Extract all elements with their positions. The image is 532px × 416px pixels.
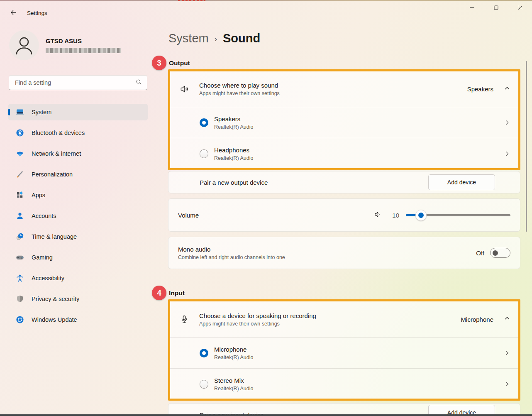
device-name: Microphone (214, 346, 254, 353)
volume-low-icon[interactable] (373, 210, 382, 220)
sidebar-item-accounts[interactable]: Accounts (8, 208, 148, 224)
input-selected-value: Microphone (461, 316, 493, 323)
output-device-row-speakers[interactable]: Speakers Realtek(R) Audio (170, 107, 518, 138)
device-name: Stereo Mix (214, 377, 254, 384)
input-section-label: Input (169, 289, 185, 297)
system-icon (16, 108, 24, 116)
input-chooser-title: Choose a device for speaking or recordin… (199, 312, 316, 319)
add-output-device-button[interactable]: Add device (428, 174, 495, 190)
input-chooser-subtitle: Apps might have their own settings (199, 321, 316, 327)
chevron-up-icon (504, 86, 510, 93)
breadcrumb-parent[interactable]: System (168, 32, 209, 45)
sidebar-item-system[interactable]: System (8, 104, 148, 120)
device-desc: Realtek(R) Audio (214, 155, 254, 161)
profile-meta: GTSD ASUS (46, 37, 121, 53)
profile-card[interactable]: GTSD ASUS (9, 30, 121, 60)
accounts-icon (16, 212, 24, 220)
sidebar-item-bluetooth-devices[interactable]: Bluetooth & devices (8, 125, 148, 141)
sidebar-item-privacy-security[interactable]: Privacy & security (8, 291, 148, 307)
pair-output-row: Pair a new output device Add device (168, 171, 520, 193)
mono-audio-row: Mono audio Combine left and right audio … (168, 237, 520, 269)
mono-audio-state: Off (476, 250, 484, 257)
sidebar-item-apps[interactable]: Apps (8, 187, 148, 203)
app-title: Settings (27, 10, 47, 16)
speaker-waves-icon (179, 84, 189, 94)
back-arrow-icon (10, 9, 17, 18)
avatar (9, 30, 39, 60)
volume-row: Volume 10 (168, 198, 520, 232)
device-name: Speakers (214, 115, 254, 122)
gaming-icon (16, 253, 24, 262)
sidebar-item-label: Apps (32, 192, 45, 198)
sidebar-item-label: Gaming (32, 254, 53, 261)
chevron-right-icon (504, 350, 510, 356)
input-device-row-stereo-mix[interactable]: Stereo Mix Realtek(R) Audio (170, 369, 518, 399)
main-content: System › Sound 3 Output Choose where to … (168, 0, 520, 416)
sidebar-item-label: Windows Update (32, 316, 77, 323)
sidebar-item-windows-update[interactable]: Windows Update (8, 311, 148, 328)
output-device-expander[interactable]: Choose where to play sound Apps might ha… (170, 71, 518, 107)
mono-audio-toggle[interactable] (490, 248, 510, 258)
mono-audio-subtitle: Combine left and right audio channels in… (178, 254, 285, 260)
search-input[interactable] (14, 79, 136, 86)
volume-slider[interactable] (406, 214, 510, 216)
privacy-security-icon (16, 295, 24, 303)
device-desc: Realtek(R) Audio (214, 124, 254, 130)
output-chooser-title: Choose where to play sound (199, 82, 280, 89)
input-highlight-group: Choose a device for speaking or recordin… (168, 299, 520, 401)
sidebar-item-accessibility[interactable]: Accessibility (8, 270, 148, 286)
chevron-right-icon (504, 120, 510, 125)
chevron-right-icon (504, 151, 510, 157)
profile-name: GTSD ASUS (46, 37, 121, 44)
sidebar-item-label: Accounts (32, 213, 56, 219)
toggle-knob (493, 250, 498, 256)
sidebar-item-label: Accessibility (32, 275, 64, 281)
chevron-up-icon (504, 316, 510, 323)
radio-selected[interactable] (200, 118, 208, 127)
device-desc: Realtek(R) Audio (214, 355, 254, 360)
windows-update-icon (16, 316, 24, 324)
sidebar-item-label: Privacy & security (32, 296, 79, 302)
sidebar-item-label: Network & internet (32, 150, 81, 157)
device-name: Headphones (214, 147, 254, 154)
volume-slider-thumb[interactable] (415, 210, 427, 221)
time-language-icon (16, 232, 24, 241)
sidebar-item-label: Time & language (32, 233, 77, 240)
screenshot-top-edge (0, 0, 532, 1)
cropped-red-annotation (178, 0, 205, 1)
output-section-label: Output (169, 59, 190, 67)
sidebar-item-label: Bluetooth & devices (32, 130, 85, 136)
sidebar-item-time-language[interactable]: Time & language (8, 228, 148, 245)
back-button[interactable] (8, 9, 18, 18)
profile-email-redacted (46, 48, 121, 53)
volume-value: 10 (390, 212, 399, 219)
accessibility-icon (16, 274, 24, 282)
mono-audio-title: Mono audio (178, 246, 285, 253)
device-desc: Realtek(R) Audio (214, 386, 254, 392)
output-selected-value: Speakers (467, 86, 493, 93)
sidebar-item-personalization[interactable]: Personalization (8, 166, 148, 183)
volume-label: Volume (178, 212, 199, 219)
input-device-expander[interactable]: Choose a device for speaking or recordin… (170, 301, 518, 338)
sidebar-item-label: Personalization (32, 171, 73, 178)
radio-selected[interactable] (200, 349, 208, 357)
microphone-icon (179, 315, 189, 324)
radio-unselected[interactable] (200, 380, 208, 389)
breadcrumb-separator-icon: › (215, 34, 217, 44)
radio-unselected[interactable] (200, 149, 208, 158)
output-highlight-group: Choose where to play sound Apps might ha… (168, 69, 520, 170)
search-icon (136, 79, 142, 87)
chevron-right-icon (504, 381, 510, 387)
sidebar-item-label: System (32, 109, 51, 115)
output-chooser-subtitle: Apps might have their own settings (199, 91, 280, 96)
sidebar-item-gaming[interactable]: Gaming (8, 249, 148, 266)
annotation-badge-4: 4 (152, 286, 166, 300)
output-device-row-headphones[interactable]: Headphones Realtek(R) Audio (170, 138, 518, 169)
sidebar-item-network-internet[interactable]: Network & internet (8, 145, 148, 162)
sidebar-nav: SystemBluetooth & devicesNetwork & inter… (8, 104, 148, 332)
scrollbar[interactable] (526, 61, 527, 232)
screenshot-bottom-edge (0, 414, 532, 416)
input-device-row-microphone[interactable]: Microphone Realtek(R) Audio (170, 338, 518, 369)
annotation-badge-3: 3 (152, 56, 166, 70)
apps-icon (16, 191, 24, 199)
